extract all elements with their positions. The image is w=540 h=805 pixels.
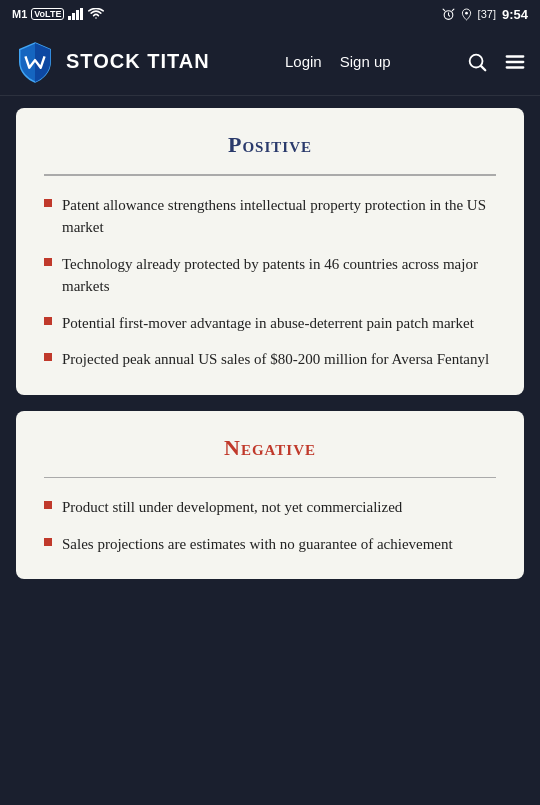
positive-item-1: Patent allowance strengthens intellectua… [62, 194, 496, 239]
nav-header: STOCK TITAN Login Sign up [0, 28, 540, 96]
bullet-icon [44, 501, 52, 509]
battery-indicator: [37] [478, 8, 496, 20]
svg-rect-0 [68, 16, 71, 20]
network-badge: VoLTE [31, 8, 64, 20]
list-item: Patent allowance strengthens intellectua… [44, 194, 496, 239]
time-display: 9:54 [502, 7, 528, 22]
positive-divider [44, 174, 496, 176]
content-area: Positive Patent allowance strengthens in… [0, 96, 540, 607]
bullet-icon [44, 317, 52, 325]
svg-rect-3 [80, 8, 83, 20]
location-icon [461, 8, 472, 21]
positive-bullet-list: Patent allowance strengthens intellectua… [44, 194, 496, 371]
negative-bullet-list: Product still under development, not yet… [44, 496, 496, 555]
negative-divider [44, 477, 496, 479]
list-item: Product still under development, not yet… [44, 496, 496, 519]
wifi-icon [88, 8, 104, 20]
bullet-icon [44, 258, 52, 266]
status-right: [37] 9:54 [442, 7, 528, 22]
positive-item-4: Projected peak annual US sales of $80-20… [62, 348, 489, 371]
nav-links: Login Sign up [285, 53, 391, 70]
nav-icons [466, 51, 526, 73]
menu-button[interactable] [504, 51, 526, 73]
signal-icon [68, 8, 84, 20]
positive-title: Positive [44, 132, 496, 158]
list-item: Projected peak annual US sales of $80-20… [44, 348, 496, 371]
logo-shield-icon [14, 41, 56, 83]
bullet-icon [44, 538, 52, 546]
list-item: Technology already protected by patents … [44, 253, 496, 298]
positive-item-3: Potential first-mover advantage in abuse… [62, 312, 474, 335]
logo-area: STOCK TITAN [14, 41, 210, 83]
list-item: Sales projections are estimates with no … [44, 533, 496, 556]
carrier-text: M1 [12, 8, 27, 20]
search-button[interactable] [466, 51, 488, 73]
list-item: Potential first-mover advantage in abuse… [44, 312, 496, 335]
status-bar: M1 VoLTE [37] [0, 0, 540, 28]
logo-text: STOCK TITAN [66, 50, 210, 73]
positive-card: Positive Patent allowance strengthens in… [16, 108, 524, 395]
positive-item-2: Technology already protected by patents … [62, 253, 496, 298]
signup-link[interactable]: Sign up [340, 53, 391, 70]
svg-rect-2 [76, 10, 79, 20]
search-icon [466, 51, 488, 73]
svg-point-5 [465, 11, 468, 14]
bullet-icon [44, 353, 52, 361]
login-link[interactable]: Login [285, 53, 322, 70]
negative-item-1: Product still under development, not yet… [62, 496, 402, 519]
negative-title: Negative [44, 435, 496, 461]
svg-rect-1 [72, 13, 75, 20]
hamburger-icon [504, 51, 526, 73]
negative-card: Negative Product still under development… [16, 411, 524, 580]
alarm-icon [442, 8, 455, 21]
bullet-icon [44, 199, 52, 207]
negative-item-2: Sales projections are estimates with no … [62, 533, 453, 556]
status-left: M1 VoLTE [12, 8, 104, 20]
